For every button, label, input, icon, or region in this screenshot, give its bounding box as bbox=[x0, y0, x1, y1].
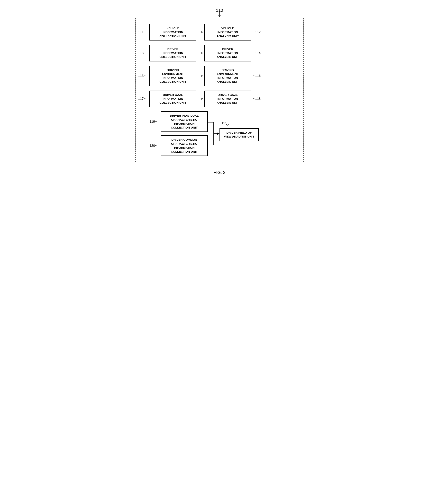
row-120: 120~ DRIVER COMMONCHARACTERISTICINFORMAT… bbox=[149, 135, 208, 156]
label-115: 115~ bbox=[138, 74, 146, 78]
label-120: 120~ bbox=[149, 144, 159, 148]
arrow-2 bbox=[196, 53, 204, 53]
fig-caption: FIG. 2 bbox=[135, 170, 304, 175]
row-driver-gaze: 117~ DRIVER GAZEINFORMATIONCOLLECTION UN… bbox=[149, 91, 295, 107]
vehicle-analysis-box: VEHICLEINFORMATIONANALYSIS UNIT bbox=[204, 24, 251, 40]
label-121-arrow bbox=[225, 123, 229, 127]
bottom-left-col: 119~ DRIVER INDIVIDUALCHARACTERISTICINFO… bbox=[149, 111, 208, 156]
bottom-right-col: 121 DRIVER FIELD OFVIEW ANALYSIS UNIT bbox=[220, 126, 259, 141]
label-114: ~114 bbox=[253, 51, 261, 55]
driving-env-collection-box: DRIVINGENVIRONMENTINFORMATIONCOLLECTION … bbox=[149, 66, 196, 86]
label-116: ~116 bbox=[253, 74, 261, 78]
bottom-section: 119~ DRIVER INDIVIDUALCHARACTERISTICINFO… bbox=[149, 111, 295, 156]
vehicle-collection-box: VEHICLEINFORMATIONCOLLECTION UNIT bbox=[149, 24, 196, 40]
driver-gaze-analysis-box: DRIVER GAZEINFORMATIONANALYSIS UNIT bbox=[204, 91, 251, 107]
driver-info-analysis-box: DRIVERINFORMATIONANALYSIS UNIT bbox=[204, 45, 251, 61]
arrow-1 bbox=[196, 32, 204, 32]
row-driver-info: 113~ DRIVERINFORMATIONCOLLECTION UNIT DR… bbox=[149, 45, 295, 61]
driver-fov-analysis-box: DRIVER FIELD OFVIEW ANALYSIS UNIT bbox=[220, 128, 259, 141]
driver-individual-box: DRIVER INDIVIDUALCHARACTERISTICINFORMATI… bbox=[161, 111, 208, 132]
arrow-4 bbox=[196, 99, 204, 99]
row-driving-env: 115~ DRIVINGENVIRONMENTINFORMATIONCOLLEC… bbox=[149, 66, 295, 86]
main-container: 111~ VEHICLEINFORMATIONCOLLECTION UNIT V… bbox=[135, 18, 304, 162]
driving-env-analysis-box: DRIVINGENVIRONMENTINFORMATIONANALYSIS UN… bbox=[204, 66, 251, 86]
bracket-connector-svg bbox=[208, 112, 220, 155]
diagram-wrapper: 110 111~ VEHICLEINFORMATIONCOLLECTION UN… bbox=[135, 8, 304, 175]
row-119: 119~ DRIVER INDIVIDUALCHARACTERISTICINFO… bbox=[149, 111, 208, 132]
label-117: 117~ bbox=[138, 97, 146, 101]
label-119: 119~ bbox=[149, 120, 159, 124]
driver-info-collection-box: DRIVERINFORMATIONCOLLECTION UNIT bbox=[149, 45, 196, 61]
top-arrow-svg bbox=[218, 12, 221, 18]
svg-marker-5 bbox=[217, 132, 220, 135]
row-vehicle: 111~ VEHICLEINFORMATIONCOLLECTION UNIT V… bbox=[149, 24, 295, 40]
label-112: ~112 bbox=[253, 30, 261, 34]
label-113: 113~ bbox=[138, 51, 146, 55]
label-111: 111~ bbox=[138, 30, 146, 34]
arrow-3 bbox=[196, 76, 204, 76]
driver-gaze-collection-box: DRIVER GAZEINFORMATIONCOLLECTION UNIT bbox=[149, 91, 196, 107]
label-118: ~118 bbox=[253, 97, 261, 101]
driver-common-box: DRIVER COMMONCHARACTERISTICINFORMATIONCO… bbox=[161, 135, 208, 156]
